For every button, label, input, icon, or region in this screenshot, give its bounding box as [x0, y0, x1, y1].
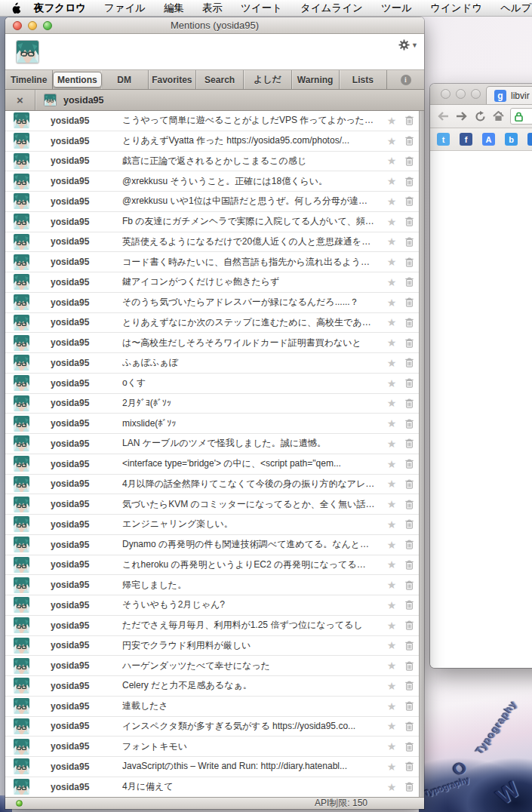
menu-item[interactable]: ツール — [372, 2, 421, 15]
favorite-star-icon[interactable]: ★ — [386, 519, 398, 530]
tweet-row[interactable]: yosida95 4月以降の話全然降りてこなくて今後の身の振り方的なアレ… ★ — [5, 475, 424, 495]
tweet-row[interactable]: yosida95 ただでさえ毎月毎月、利用料が1.25 倍ずつ位になってるし ★ — [5, 616, 424, 636]
favorite-star-icon[interactable]: ★ — [386, 478, 398, 489]
facebook-bookmark-icon[interactable]: f — [460, 133, 472, 146]
favorite-star-icon[interactable]: ★ — [386, 620, 398, 631]
tweet-row[interactable]: yosida95 LAN ケーブルのツメで怪我しました。誠に遺憾。 ★ — [5, 434, 424, 454]
delete-trash-icon[interactable] — [404, 459, 414, 469]
browser-close-button[interactable] — [441, 89, 451, 99]
tab-よしだ[interactable]: よしだ — [244, 70, 291, 89]
tweet-row[interactable]: yosida95 ふぁぼふぁぼ ★ — [5, 353, 424, 374]
tweet-row[interactable]: yosida95 とりあえずなにか次のステップに進むために、高校生であ… ★ — [5, 313, 424, 334]
delete-trash-icon[interactable] — [404, 519, 414, 529]
close-button[interactable] — [13, 21, 22, 30]
tab-info[interactable]: i — [387, 70, 424, 89]
delete-trash-icon[interactable] — [404, 661, 414, 671]
tweet-row[interactable]: yosida95 連載したさ ★ — [5, 697, 424, 717]
back-button[interactable] — [437, 111, 449, 121]
tweet-row[interactable]: yosida95 @xrekkusu いや1位は中国語だと思うぜ。何しろ分母が違… — [5, 192, 424, 212]
close-account-tab-button[interactable]: × — [5, 90, 35, 110]
minimize-button[interactable] — [28, 21, 37, 30]
browser-zoom-button[interactable] — [471, 89, 481, 99]
delete-trash-icon[interactable] — [404, 257, 414, 267]
apple-menu[interactable] — [0, 2, 28, 14]
delete-trash-icon[interactable] — [404, 196, 414, 206]
reload-button[interactable] — [475, 111, 486, 122]
tweet-row[interactable]: yosida95 コード書く時みたいに、自然言語も指先から流れ出るよう… ★ — [5, 252, 424, 272]
tweet-row[interactable]: yosida95 そのうち気づいたらアドレスバーが緑になるんだろ......？ … — [5, 293, 424, 313]
tweet-row[interactable]: yosida95 英語使えるようになるだけで20億人近くの人と意思疎通を… ★ — [5, 232, 424, 253]
favorite-star-icon[interactable]: ★ — [386, 136, 398, 146]
delete-trash-icon[interactable] — [404, 742, 414, 752]
tweet-row[interactable]: yosida95 戯言に正論で返されるとかしこまるこの感じ ★ — [5, 152, 424, 172]
menu-item[interactable]: 表示 — [193, 2, 232, 15]
tweet-row[interactable]: yosida95 <interface type='bridge'> の中に、<… — [5, 454, 424, 475]
favorite-star-icon[interactable]: ★ — [386, 378, 398, 389]
delete-trash-icon[interactable] — [404, 479, 414, 489]
tab-mentions[interactable]: Mentions — [53, 72, 101, 88]
favorite-star-icon[interactable]: ★ — [386, 580, 398, 590]
tweet-row[interactable]: yosida95 oくす ★ — [5, 374, 424, 394]
delete-trash-icon[interactable] — [404, 701, 414, 711]
delete-trash-icon[interactable] — [404, 600, 414, 610]
delete-trash-icon[interactable] — [404, 217, 414, 226]
favorite-star-icon[interactable]: ★ — [386, 155, 398, 166]
favorite-star-icon[interactable]: ★ — [386, 398, 398, 408]
delete-trash-icon[interactable] — [404, 378, 414, 388]
tweet-row[interactable]: yosida95 エンジニャリング楽しい。 ★ — [5, 515, 424, 535]
tweet-row[interactable]: yosida95 は〜高校生だしそろそろワイルドカード証明書買わないと ★ — [5, 333, 424, 353]
menu-item[interactable]: ファイル — [95, 2, 155, 15]
tweet-row[interactable]: yosida95 ハーゲンダッツたべて幸せになった ★ — [5, 656, 424, 676]
tweet-row[interactable]: yosida95 そういやもう2月じゃん? ★ — [5, 595, 424, 616]
menu-item[interactable]: ウインドウ — [421, 2, 491, 15]
delete-trash-icon[interactable] — [404, 177, 414, 186]
favorite-star-icon[interactable]: ★ — [386, 115, 398, 126]
browser-minimize-button[interactable] — [456, 89, 466, 99]
delete-trash-icon[interactable] — [404, 277, 414, 287]
forward-button[interactable] — [456, 111, 468, 121]
favorite-star-icon[interactable]: ★ — [386, 297, 398, 308]
home-button[interactable] — [493, 111, 504, 121]
delete-trash-icon[interactable] — [404, 419, 414, 429]
favorite-star-icon[interactable]: ★ — [386, 317, 398, 328]
tweet-row[interactable]: yosida95 JavaScriptのthis – Write and Run… — [5, 757, 424, 777]
tweet-row[interactable]: yosida95 @xrekkusu そういうこと。正確には18億くらい。 ★ — [5, 171, 424, 192]
favorite-star-icon[interactable]: ★ — [386, 236, 398, 247]
delete-trash-icon[interactable] — [404, 438, 414, 448]
favorite-star-icon[interactable]: ★ — [386, 176, 398, 186]
tweet-row[interactable]: yosida95 2月ﾀﾞﾖ(ﾎﾞｿｯ ★ — [5, 394, 424, 414]
favorite-star-icon[interactable]: ★ — [386, 358, 398, 368]
zoom-button[interactable] — [43, 21, 52, 30]
delete-trash-icon[interactable] — [404, 540, 414, 549]
tweet-row[interactable]: yosida95 mixslide(ﾎﾞｿｯ ★ — [5, 414, 424, 434]
delete-trash-icon[interactable] — [404, 338, 414, 348]
delete-trash-icon[interactable] — [404, 641, 414, 651]
tweet-row[interactable]: yosida95 インスペクタ類が多すぎる気がする https://yosida… — [5, 717, 424, 737]
favorite-star-icon[interactable]: ★ — [386, 438, 398, 449]
favorite-star-icon[interactable]: ★ — [386, 660, 398, 671]
delete-trash-icon[interactable] — [404, 115, 414, 125]
favorite-star-icon[interactable]: ★ — [386, 499, 398, 509]
bird-bookmark-icon[interactable]: b — [505, 133, 518, 146]
delete-trash-icon[interactable] — [404, 318, 414, 328]
favorite-star-icon[interactable]: ★ — [386, 741, 398, 752]
favorite-star-icon[interactable]: ★ — [386, 337, 398, 348]
account-tab[interactable]: yosida95 — [35, 94, 104, 106]
delete-trash-icon[interactable] — [404, 237, 414, 247]
favorite-star-icon[interactable]: ★ — [386, 257, 398, 267]
favorite-star-icon[interactable]: ★ — [386, 277, 398, 288]
menu-item[interactable]: タイムライン — [291, 2, 372, 15]
menu-item[interactable]: ツイート — [232, 2, 291, 15]
delete-trash-icon[interactable] — [404, 398, 414, 408]
tweet-row[interactable]: yosida95 こうやって簡単に遊べることがよしだVPS 作ってよかった… ★ — [5, 111, 424, 131]
tab-search[interactable]: Search — [196, 70, 244, 89]
delete-trash-icon[interactable] — [404, 297, 414, 307]
tweet-row[interactable]: yosida95 気づいたらKVM のコミッターになってるとか、全く無い話… ★ — [5, 494, 424, 515]
translate-bookmark-icon[interactable]: A — [482, 133, 495, 146]
favorite-star-icon[interactable]: ★ — [386, 196, 398, 207]
account-avatar-button[interactable] — [16, 40, 39, 63]
favorite-star-icon[interactable]: ★ — [386, 761, 398, 772]
favorite-star-icon[interactable]: ★ — [386, 782, 398, 792]
tweet-row[interactable]: yosida95 円安でクラウド利用料が厳しい ★ — [5, 636, 424, 657]
tab-timeline[interactable]: Timeline — [5, 70, 53, 89]
